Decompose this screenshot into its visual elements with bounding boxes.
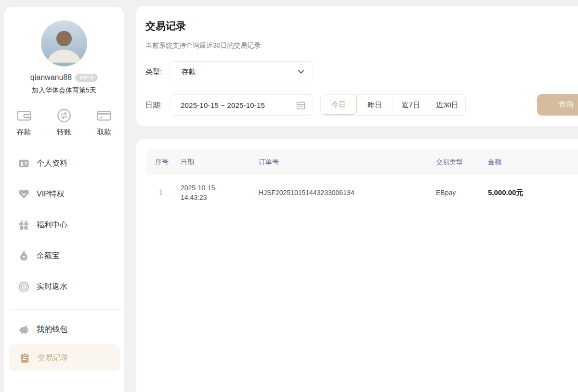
account-page: qianwanu88 VIP 0 加入华体会体育第5天 存款	[0, 0, 578, 392]
sidebar-menu: 个人资料 VIP特权	[4, 155, 124, 295]
table-row: 1 2025-10-15 14:43:23 HJSF20251015144323…	[146, 175, 578, 210]
bank-card-icon	[96, 107, 112, 124]
avatar-image	[41, 20, 87, 66]
gift-icon	[18, 220, 29, 231]
col-header-date: 日期	[181, 158, 259, 167]
sidebar-item-label: 实时返水	[37, 282, 67, 292]
chevron-down-icon	[297, 68, 305, 76]
type-filter-row: 类型: 存款	[145, 61, 313, 82]
table-header-row: 序号 日期 订单号 交易类型 金额	[146, 149, 578, 175]
quick-actions: 存款 转账 取款	[4, 107, 124, 137]
col-header-order: 订单号	[259, 158, 436, 167]
join-days-text: 加入华体会体育第5天	[4, 86, 124, 95]
sidebar-item-yuebao[interactable]: 余额宝	[8, 248, 120, 264]
col-header-type: 交易类型	[436, 158, 488, 167]
row-date: 2025-10-15	[181, 183, 259, 193]
quick-action-transfer[interactable]: 转账	[44, 107, 84, 137]
sidebar-item-label: VIP特权	[37, 189, 65, 199]
search-button[interactable]: 查询	[537, 94, 578, 116]
page-subtitle: 当前系统支持查询最近30日的交易记录	[145, 41, 578, 50]
row-time: 14:43:23	[181, 193, 259, 202]
calendar-icon	[296, 100, 306, 110]
sidebar-item-benefits[interactable]: 福利中心	[8, 217, 120, 233]
sidebar-item-transactions[interactable]: 交易记录	[9, 344, 120, 371]
row-datetime: 2025-10-15 14:43:23	[181, 183, 259, 202]
date-range-input[interactable]: 2025-10-15 ~ 2025-10-15	[170, 94, 313, 116]
id-card-icon	[18, 158, 29, 169]
avatar	[41, 20, 87, 66]
row-transaction-type: EBpay	[436, 189, 488, 196]
range-today-button[interactable]: 今日	[320, 94, 357, 115]
quick-action-label: 转账	[57, 128, 71, 137]
date-filter-row: 日期: 2025-10-15 ~ 2025-10-15 今日 昨日 近7日 近3…	[145, 94, 466, 116]
username: qianwanu88	[30, 73, 72, 82]
quick-action-deposit[interactable]: 存款	[4, 107, 44, 137]
money-bag-icon	[18, 250, 29, 261]
transaction-type-select[interactable]: 存款	[170, 61, 313, 82]
sidebar-item-wallet[interactable]: 我的钱包	[8, 321, 120, 338]
quick-action-label: 存款	[17, 128, 31, 137]
type-label: 类型:	[145, 67, 170, 77]
row-order-number: HJSF202510151443233006134	[259, 189, 436, 196]
row-amount: 5,000.00元	[488, 188, 578, 197]
piggy-bank-icon	[18, 324, 29, 335]
range-30days-button[interactable]: 近30日	[429, 95, 465, 115]
range-7days-button[interactable]: 近7日	[393, 95, 429, 115]
clipboard-icon	[19, 353, 30, 364]
quick-action-withdraw[interactable]: 取款	[84, 107, 124, 137]
sidebar-item-profile[interactable]: 个人资料	[8, 155, 120, 171]
vip-badge: VIP 0	[75, 74, 98, 82]
transactions-panel: 序号 日期 订单号 交易类型 金额 1 2025-10-15 14:43:23 …	[136, 139, 578, 392]
quick-range-group: 今日 昨日 近7日 近30日	[320, 94, 466, 116]
coin-icon	[18, 281, 29, 292]
col-header-index: 序号	[155, 158, 181, 167]
sidebar: qianwanu88 VIP 0 加入华体会体育第5天 存款	[4, 7, 124, 392]
sidebar-item-label: 我的钱包	[37, 325, 67, 335]
date-label: 日期:	[145, 101, 170, 110]
page-title: 交易记录	[145, 19, 578, 33]
sidebar-menu-bottom: 我的钱包 交易记录	[4, 321, 124, 371]
sidebar-item-label: 个人资料	[37, 158, 67, 169]
sidebar-item-label: 福利中心	[37, 220, 67, 230]
transfer-icon	[56, 107, 72, 124]
wallet-icon	[16, 107, 32, 124]
sidebar-item-vip[interactable]: VIP特权	[8, 186, 120, 202]
selected-type: 存款	[182, 67, 297, 77]
date-range-value: 2025-10-15 ~ 2025-10-15	[181, 101, 296, 109]
sidebar-divider	[11, 309, 120, 310]
range-yesterday-button[interactable]: 昨日	[357, 95, 393, 115]
row-index: 1	[155, 189, 181, 196]
quick-action-label: 取款	[97, 128, 111, 137]
vip-gem-icon	[18, 189, 29, 200]
sidebar-item-label: 余额宝	[37, 251, 60, 261]
sidebar-item-rebate[interactable]: 实时返水	[8, 278, 120, 295]
col-header-amount: 金额	[488, 158, 578, 167]
filter-panel: 交易记录 当前系统支持查询最近30日的交易记录 类型: 存款 日期: 2025-…	[136, 6, 578, 126]
sidebar-item-label: 交易记录	[38, 353, 68, 363]
